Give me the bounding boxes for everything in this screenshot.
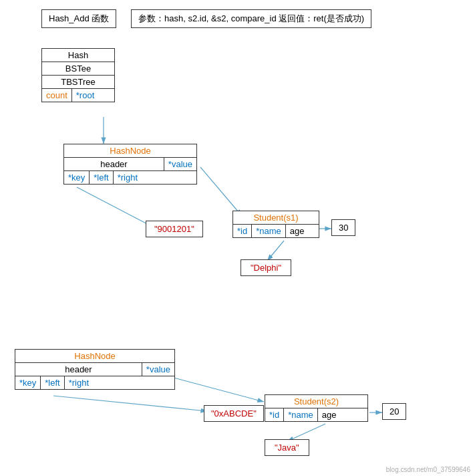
func-label: Hash_Add 函数 bbox=[49, 13, 109, 23]
hashnode1-header-cell: header bbox=[64, 158, 164, 170]
hashnode2-title: HashNode bbox=[15, 350, 174, 363]
hashnode2-header-cell: header bbox=[15, 363, 142, 376]
value1-text: "Delphi" bbox=[251, 263, 281, 273]
student1-id-cell: *id bbox=[233, 225, 252, 237]
value2-box: "Java" bbox=[265, 439, 309, 456]
key1-box: "9001201" bbox=[146, 221, 203, 237]
svg-line-2 bbox=[77, 187, 154, 227]
hashnode2-right-cell: *right bbox=[65, 376, 93, 389]
age1-value: 30 bbox=[339, 223, 348, 233]
hashnode2-fields-row: *key *left *right bbox=[15, 376, 174, 389]
hash-bstree-cell: BSTee bbox=[42, 62, 114, 75]
value1-box: "Delphi" bbox=[241, 259, 291, 276]
student2-title: Student(s2) bbox=[265, 395, 367, 408]
hash-struct-box: Hash BSTee TBSTree count *root bbox=[41, 48, 115, 102]
hashnode1-left-cell: *left bbox=[90, 171, 113, 184]
hash-row-tbstree: TBSTree bbox=[42, 76, 114, 89]
age2-value: 20 bbox=[389, 406, 399, 416]
hashnode1-key-cell: *key bbox=[64, 171, 90, 184]
key2-box: "0xABCDE" bbox=[204, 405, 264, 422]
hashnode2-value-cell: *value bbox=[142, 363, 174, 376]
student1-title: Student(s1) bbox=[233, 211, 319, 225]
student1-age-cell: age bbox=[286, 225, 309, 237]
func-label-box: Hash_Add 函数 bbox=[41, 9, 116, 28]
svg-line-7 bbox=[174, 378, 264, 402]
student2-name-cell: *name bbox=[284, 408, 318, 421]
student2-id-cell: *id bbox=[265, 408, 284, 421]
hash-row-fields: count *root bbox=[42, 89, 114, 102]
hash-count-text: count bbox=[46, 90, 67, 100]
hashnode2-header-row: header *value bbox=[15, 363, 174, 376]
student2-fields-row: *id *name age bbox=[265, 408, 367, 421]
student2-box: Student(s2) *id *name age bbox=[265, 394, 368, 422]
hashnode1-value-cell: *value bbox=[164, 158, 196, 170]
watermark: blog.csdn.net/m0_37599646 bbox=[386, 466, 470, 473]
hash-title: Hash bbox=[42, 49, 114, 62]
hashnode2-left-cell: *left bbox=[41, 376, 64, 389]
student1-name-cell: *name bbox=[252, 225, 286, 237]
hash-root-cell: *root bbox=[72, 89, 98, 102]
age2-box: 20 bbox=[382, 403, 406, 420]
student2-age-cell: age bbox=[318, 408, 341, 421]
hash-root-text: *root bbox=[76, 90, 94, 100]
hashnode1-box: HashNode header *value *key *left *right bbox=[63, 144, 197, 185]
params-box: 参数：hash, s2.id, &s2, compare_id 返回值：ret(… bbox=[131, 9, 371, 28]
student1-box: Student(s1) *id *name age bbox=[232, 211, 319, 238]
svg-line-3 bbox=[200, 167, 242, 216]
svg-line-5 bbox=[267, 241, 284, 261]
hashnode1-right-cell: *right bbox=[114, 171, 142, 184]
hash-count-cell: count bbox=[42, 89, 72, 102]
value2-text: "Java" bbox=[275, 443, 299, 453]
key2-value: "0xABCDE" bbox=[211, 408, 257, 419]
hashnode2-box: HashNode header *value *key *left *right bbox=[15, 349, 175, 390]
hashnode1-title: HashNode bbox=[64, 144, 196, 158]
hash-tbstree-cell: TBSTree bbox=[42, 76, 114, 88]
hashnode1-fields-row: *key *left *right bbox=[64, 171, 196, 184]
hashnode1-header-row: header *value bbox=[64, 158, 196, 171]
key1-value: "9001201" bbox=[154, 224, 194, 234]
svg-line-6 bbox=[53, 396, 207, 411]
age1-box: 30 bbox=[331, 219, 355, 236]
hash-row-bstree: BSTee bbox=[42, 62, 114, 76]
student1-fields-row: *id *name age bbox=[233, 225, 319, 237]
hashnode2-key-cell: *key bbox=[15, 376, 41, 389]
params-label: 参数：hash, s2.id, &s2, compare_id 返回值：ret(… bbox=[138, 13, 364, 23]
